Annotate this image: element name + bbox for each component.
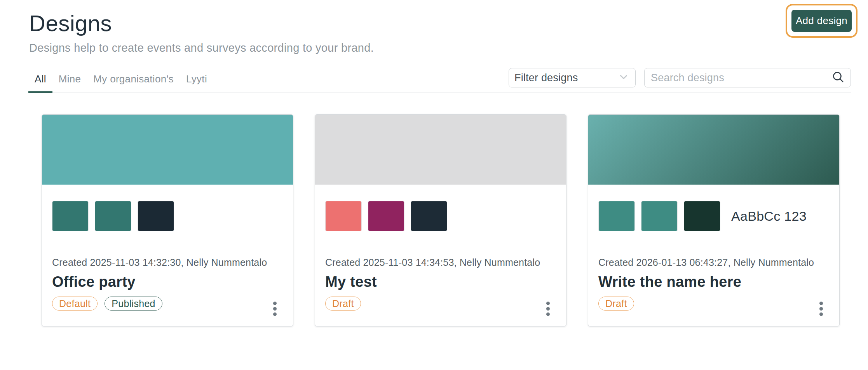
design-preview-banner: [42, 115, 293, 185]
color-swatch: [52, 201, 89, 231]
card-body: AaBbCc 123 Created 2026-01-13 06:43:27, …: [588, 185, 839, 326]
created-timestamp: Created 2025-11-03 14:32:30, Nelly Numme…: [52, 257, 283, 268]
design-card-my-test[interactable]: Created 2025-11-03 14:34:53, Nelly Numme…: [315, 114, 566, 326]
design-name: Write the name here: [598, 274, 829, 290]
color-swatch-row: [52, 201, 283, 231]
toolbar-controls: Filter designs: [509, 68, 851, 87]
tab-lyyti[interactable]: Lyyti: [180, 68, 213, 93]
tab-all[interactable]: All: [28, 68, 52, 93]
color-swatch-row: AaBbCc 123: [598, 201, 829, 231]
tab-my-organisations[interactable]: My organisation's: [87, 68, 180, 93]
color-swatch: [138, 201, 174, 231]
card-body: Created 2025-11-03 14:34:53, Nelly Numme…: [315, 185, 566, 326]
status-badge-draft: Draft: [598, 297, 634, 311]
search-icon: [831, 70, 845, 86]
design-card-write-the-name-here[interactable]: AaBbCc 123 Created 2026-01-13 06:43:27, …: [588, 114, 840, 326]
color-swatch-row: [325, 201, 556, 231]
design-name: Office party: [52, 274, 283, 290]
filter-designs-label: Filter designs: [514, 72, 578, 84]
card-menu-kebab-icon[interactable]: [544, 299, 552, 318]
color-swatch: [598, 201, 635, 231]
design-card-office-party[interactable]: Created 2025-11-03 14:32:30, Nelly Numme…: [42, 114, 293, 326]
design-preview-banner: [588, 115, 839, 185]
color-swatch: [95, 201, 131, 231]
card-body: Created 2025-11-03 14:32:30, Nelly Numme…: [42, 185, 293, 326]
font-preview-text: AaBbCc 123: [731, 209, 807, 224]
design-card-grid: Created 2025-11-03 14:32:30, Nelly Numme…: [42, 114, 840, 326]
status-badge-draft: Draft: [325, 297, 361, 311]
search-designs-field: [644, 68, 851, 87]
filter-designs-dropdown[interactable]: Filter designs: [509, 68, 636, 87]
color-swatch: [325, 201, 362, 231]
card-menu-kebab-icon[interactable]: [271, 299, 279, 318]
chevron-down-icon: [618, 72, 629, 84]
page-title: Designs: [29, 10, 851, 36]
color-swatch: [684, 201, 720, 231]
add-design-button[interactable]: Add design: [791, 10, 852, 32]
badge-row: Draft: [325, 297, 556, 311]
page-subtitle: Designs help to create events and survey…: [29, 42, 851, 54]
add-design-highlight-ring: Add design: [786, 4, 858, 38]
toolbar: All Mine My organisation's Lyyti Filter …: [28, 68, 851, 92]
status-badge-default: Default: [52, 297, 98, 311]
status-badge-published: Published: [105, 297, 162, 311]
created-timestamp: Created 2026-01-13 06:43:27, Nelly Numme…: [598, 257, 829, 268]
card-menu-kebab-icon[interactable]: [817, 299, 825, 318]
tab-bar: All Mine My organisation's Lyyti: [28, 68, 213, 92]
search-designs-input[interactable]: [650, 72, 831, 84]
color-swatch: [368, 201, 404, 231]
badge-row: Draft: [598, 297, 829, 311]
tab-mine[interactable]: Mine: [52, 68, 87, 93]
created-timestamp: Created 2025-11-03 14:34:53, Nelly Numme…: [325, 257, 556, 268]
page-header: Designs Designs help to create events an…: [0, 0, 868, 54]
color-swatch: [411, 201, 447, 231]
design-name: My test: [325, 274, 556, 290]
badge-row: Default Published: [52, 297, 283, 311]
design-preview-banner: [315, 115, 566, 185]
color-swatch: [641, 201, 678, 231]
